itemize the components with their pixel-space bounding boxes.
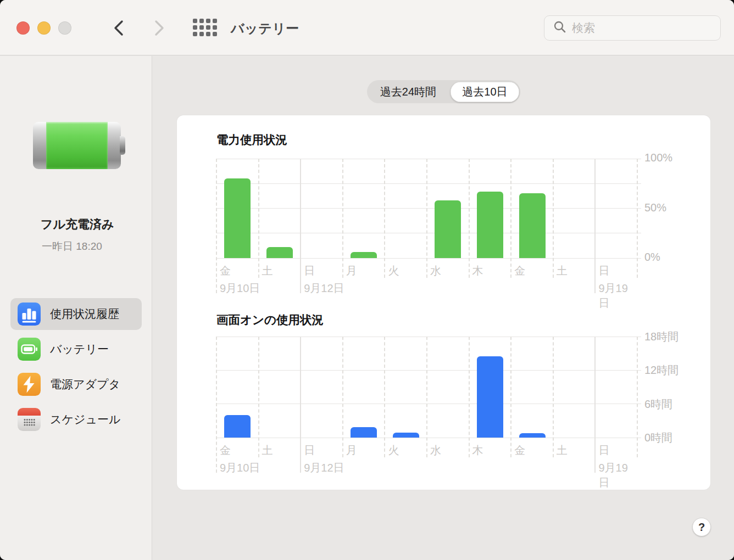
h-gridline — [216, 370, 641, 371]
show-all-button[interactable] — [192, 18, 218, 38]
sidebar-item-battery[interactable]: バッテリー — [10, 333, 142, 365]
screen-on-usage-chart: 金土日月火水木金土日9月10日9月12日9月19日0時間6時間12時間18時間 — [216, 337, 637, 438]
v-gridline — [258, 159, 259, 278]
x-axis-label: 火 — [388, 264, 399, 278]
bar — [351, 252, 377, 258]
sidebar: フル充電済み 一昨日 18:20 使用状況履歴 — [0, 56, 152, 560]
y-axis-label: 12時間 — [644, 363, 705, 378]
bar — [351, 427, 377, 438]
close-button[interactable] — [16, 21, 30, 35]
h-gridline — [216, 337, 641, 337]
h-gridline — [216, 183, 641, 184]
sidebar-item-label: 使用状況履歴 — [50, 306, 119, 322]
v-gridline — [216, 337, 217, 473]
h-gridline — [216, 208, 641, 209]
x-axis-date-label: 9月19日 — [598, 461, 637, 490]
bar — [519, 193, 546, 258]
battery-illustration — [33, 122, 125, 169]
h-gridline — [216, 233, 641, 233]
bar — [519, 433, 546, 438]
charts-card: 電力使用状況 金土日月火水木金土日9月10日9月12日9月19日0%50%100… — [177, 115, 710, 490]
battery-status-time: 一昨日 18:20 — [42, 239, 102, 254]
v-gridline — [553, 337, 554, 457]
search-input[interactable] — [572, 21, 721, 35]
back-button[interactable] — [110, 19, 127, 37]
chevron-left-icon — [112, 30, 126, 38]
y-axis-label: 100% — [644, 152, 705, 164]
sidebar-item-usage-history[interactable]: 使用状況履歴 — [10, 298, 142, 330]
sidebar-item-label: バッテリー — [50, 341, 109, 357]
forward-button[interactable] — [151, 19, 168, 37]
x-axis-label: 土 — [557, 264, 568, 278]
x-axis-label: 金 — [514, 264, 525, 278]
screen-on-usage-chart-title: 画面オンの使用状況 — [216, 312, 324, 328]
x-axis-label: 水 — [430, 264, 441, 278]
app-grid-icon — [193, 30, 217, 38]
bar — [393, 433, 419, 438]
x-axis-label: 金 — [514, 443, 525, 458]
sidebar-item-label: 電源アダプタ — [50, 377, 120, 392]
usage-history-icon — [18, 303, 41, 326]
x-axis-label: 木 — [472, 443, 483, 458]
x-axis-label: 土 — [557, 443, 568, 458]
v-gridline — [637, 159, 638, 278]
main-content: 過去24時間 過去10日 電力使用状況 金土日月火水木金土日9月10日9月12日… — [153, 56, 734, 560]
h-gridline — [216, 159, 641, 159]
window-title: バッテリー — [231, 20, 299, 37]
x-axis-label: 火 — [388, 443, 399, 458]
bar — [477, 192, 503, 258]
x-axis-date-label: 9月10日 — [220, 281, 260, 296]
v-gridline — [300, 337, 301, 473]
v-gridline — [384, 337, 385, 457]
h-gridline — [216, 404, 641, 404]
v-gridline — [342, 159, 343, 278]
v-gridline — [594, 159, 596, 293]
minimize-button[interactable] — [37, 21, 51, 35]
x-axis-date-label: 9月19日 — [598, 281, 637, 311]
search-icon — [551, 20, 566, 36]
v-gridline — [384, 159, 385, 278]
v-gridline — [342, 337, 343, 457]
power-usage-chart: 金土日月火水木金土日9月10日9月12日9月19日0%50%100% — [216, 159, 637, 258]
tab-last-10-days[interactable]: 過去10日 — [451, 82, 519, 102]
x-axis-label: 土 — [262, 443, 273, 458]
v-gridline — [553, 159, 554, 278]
bar — [224, 415, 251, 438]
x-axis-label: 木 — [472, 264, 483, 278]
help-button[interactable]: ? — [692, 518, 711, 536]
h-gridline — [216, 438, 641, 438]
sidebar-item-schedule[interactable]: スケジュール — [10, 404, 142, 435]
x-axis-label: 日 — [304, 264, 315, 278]
v-gridline — [426, 337, 427, 457]
v-gridline — [216, 159, 217, 293]
x-axis-label: 日 — [598, 443, 609, 458]
v-gridline — [637, 337, 638, 457]
search-field[interactable] — [544, 15, 721, 41]
x-axis-label: 金 — [220, 264, 231, 278]
power-adapter-icon — [18, 373, 41, 396]
battery-icon — [18, 338, 41, 361]
v-gridline — [469, 337, 470, 457]
x-axis-label: 月 — [346, 443, 357, 458]
y-axis-label: 0時間 — [644, 430, 705, 445]
v-gridline — [426, 159, 427, 278]
sidebar-item-label: スケジュール — [50, 412, 120, 427]
power-usage-chart-title: 電力使用状況 — [216, 132, 287, 148]
y-axis-label: 6時間 — [644, 397, 705, 412]
zoom-button — [58, 21, 71, 35]
x-axis-date-label: 9月10日 — [220, 461, 260, 475]
x-axis-date-label: 9月12日 — [304, 281, 344, 296]
sidebar-item-power-adapter[interactable]: 電源アダプタ — [10, 368, 142, 400]
x-axis-label: 月 — [346, 264, 357, 278]
v-gridline — [510, 159, 511, 278]
v-gridline — [300, 159, 301, 293]
v-gridline — [594, 337, 596, 473]
battery-status-title: フル充電済み — [41, 216, 114, 233]
traffic-lights — [16, 21, 71, 35]
time-range-segmented-control: 過去24時間 過去10日 — [367, 80, 520, 103]
sidebar-menu: 使用状況履歴 バッテリー — [10, 298, 142, 439]
y-axis-label: 18時間 — [644, 329, 705, 344]
x-axis-label: 水 — [430, 443, 441, 458]
tab-last-24-hours[interactable]: 過去24時間 — [367, 80, 449, 103]
x-axis-label: 金 — [220, 443, 231, 458]
